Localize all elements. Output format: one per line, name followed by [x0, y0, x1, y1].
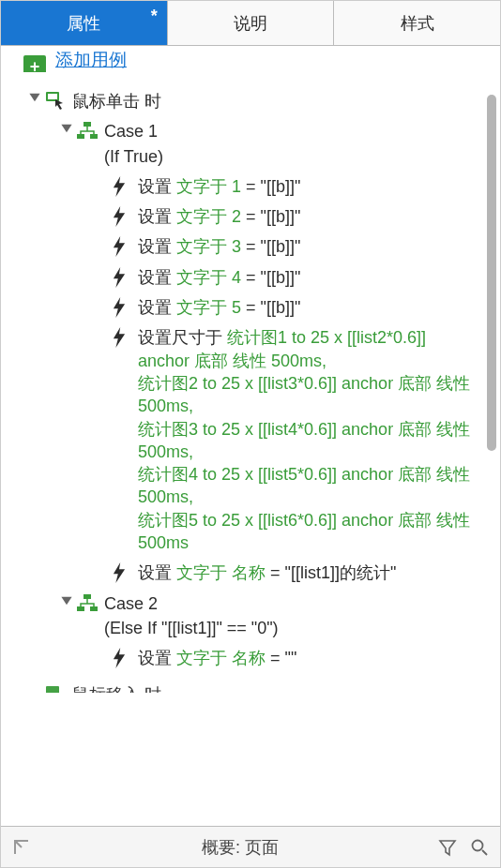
- back-nav-icon[interactable]: [1, 838, 42, 857]
- event-label: 鼠标单击 时: [72, 89, 479, 112]
- flow-icon: [76, 592, 104, 614]
- svg-rect-2: [84, 122, 91, 127]
- lightning-icon: [110, 205, 138, 227]
- lightning-icon: [110, 296, 138, 318]
- lightning-icon: [110, 175, 138, 197]
- scroll-thumb[interactable]: [487, 95, 496, 451]
- case-name: Case 2: [104, 592, 474, 615]
- action-row[interactable]: 设置 文字于 5 = "[[b]]": [12, 292, 479, 322]
- action-row[interactable]: 设置尺寸于 统计图1 to 25 x [[list2*0.6]] anchor …: [12, 322, 479, 558]
- action-row[interactable]: 设置 文字于 1 = "[[b]]": [12, 172, 479, 202]
- tab-label: 属性: [67, 12, 100, 35]
- tab-bar: 属性 * 说明 样式: [1, 1, 500, 46]
- svg-rect-6: [77, 606, 84, 611]
- disclosure-toggle[interactable]: [57, 592, 76, 607]
- event-row[interactable]: 鼠标单击 时: [12, 85, 479, 116]
- action-text: 设置 文字于 1 = "[[b]]": [138, 175, 479, 198]
- action-text: 设置 文字于 4 = "[[b]]": [138, 266, 479, 289]
- case-condition: (If True): [104, 145, 474, 168]
- action-text: 设置 文字于 5 = "[[b]]": [138, 296, 479, 319]
- plus-icon: +: [23, 55, 46, 72]
- case-condition: (Else If "[[list1]]" == "0"): [104, 617, 474, 639]
- event-row[interactable]: 鼠标移入 时: [12, 680, 479, 693]
- search-icon[interactable]: [470, 838, 489, 857]
- case-title: Case 2 (Else If "[[list1]]" == "0"): [104, 592, 479, 640]
- action-text: 设置尺寸于 统计图1 to 25 x [[list2*0.6]] anchor …: [138, 326, 479, 554]
- tab-properties[interactable]: 属性 *: [1, 1, 168, 45]
- svg-rect-1: [48, 94, 57, 99]
- action-row[interactable]: 设置 文字于 名称 = "": [12, 643, 479, 673]
- action-row[interactable]: 设置 文字于 名称 = "[[list1]]的统计": [12, 558, 479, 588]
- lightning-icon: [110, 235, 138, 257]
- tab-label: 样式: [401, 12, 434, 35]
- cursor-hover-icon: [44, 683, 72, 693]
- svg-rect-8: [46, 686, 59, 693]
- tab-notes[interactable]: 说明: [168, 1, 335, 45]
- svg-point-9: [473, 840, 483, 850]
- action-row[interactable]: 设置 文字于 4 = "[[b]]": [12, 262, 479, 292]
- lightning-icon: [110, 266, 138, 288]
- action-text: 设置 文字于 2 = "[[b]]": [138, 205, 479, 228]
- action-row[interactable]: 设置 文字于 2 = "[[b]]": [12, 202, 479, 232]
- svg-rect-4: [90, 134, 98, 139]
- disclosure-toggle[interactable]: [57, 120, 76, 135]
- svg-rect-3: [77, 134, 84, 139]
- lightning-icon: [110, 561, 138, 583]
- action-text: 设置 文字于 名称 = "[[list1]]的统计": [138, 561, 479, 584]
- add-case-link[interactable]: 添加用例: [55, 52, 127, 72]
- action-text: 设置 文字于 3 = "[[b]]": [138, 235, 479, 258]
- case-row[interactable]: Case 1 (If True): [12, 116, 479, 172]
- tab-style[interactable]: 样式: [334, 1, 500, 45]
- lightning-icon: [110, 647, 138, 668]
- action-text: 设置 文字于 名称 = "": [138, 647, 479, 669]
- panel-body: + 添加用例 鼠标单击 时: [1, 46, 500, 826]
- case-title: Case 1 (If True): [104, 120, 479, 168]
- inspector-panel: 属性 * 说明 样式 + 添加用例: [0, 0, 501, 868]
- footer-bar: 概要: 页面: [1, 826, 500, 867]
- add-case-row[interactable]: + 添加用例: [12, 52, 479, 72]
- event-label: 鼠标移入 时: [72, 683, 479, 693]
- disclosure-toggle[interactable]: [25, 89, 44, 104]
- flow-icon: [76, 120, 104, 142]
- footer-title: 概要: 页面: [42, 836, 438, 859]
- cursor-click-icon: [44, 89, 72, 111]
- vertical-scrollbar[interactable]: [483, 46, 500, 826]
- interactions-tree: + 添加用例 鼠标单击 时: [1, 46, 483, 826]
- action-row[interactable]: 设置 文字于 3 = "[[b]]": [12, 232, 479, 262]
- tab-label: 说明: [234, 12, 267, 35]
- svg-rect-7: [90, 606, 98, 611]
- svg-rect-5: [84, 594, 91, 599]
- case-name: Case 1: [104, 120, 474, 142]
- filter-icon[interactable]: [438, 838, 457, 857]
- case-row[interactable]: Case 2 (Else If "[[list1]]" == "0"): [12, 589, 479, 644]
- lightning-icon: [110, 326, 138, 348]
- dirty-indicator: *: [151, 7, 158, 26]
